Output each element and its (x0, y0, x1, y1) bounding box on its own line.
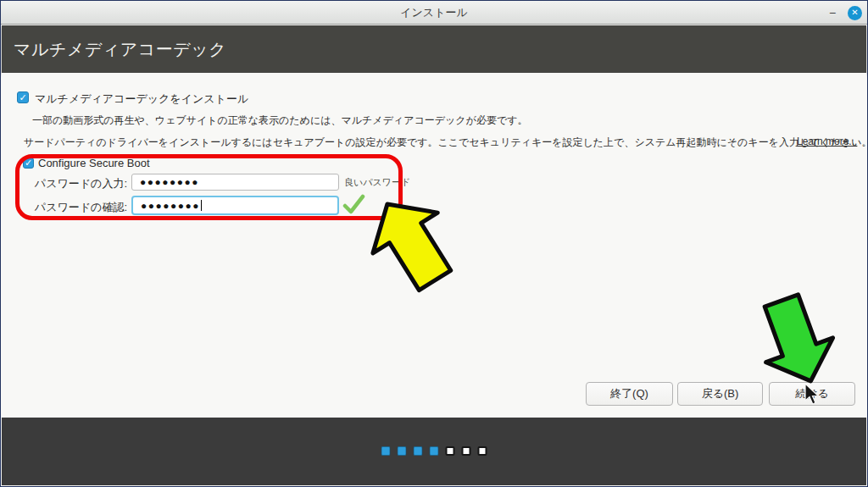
progress-dot (398, 446, 407, 456)
confirm-password-label: パスワードの確認: (34, 200, 127, 215)
close-button[interactable]: ✕ (848, 6, 862, 20)
confirm-password-dots: ●●●●●●●● (141, 200, 200, 212)
password-input[interactable]: ●●●●●●●● (131, 174, 339, 191)
back-button[interactable]: 戻る(B) (677, 382, 763, 406)
progress-footer (2, 418, 866, 485)
window-controls: − ✕ (826, 1, 862, 25)
progress-dot (478, 446, 487, 456)
password-dots: ●●●●●●●● (140, 176, 199, 188)
install-codecs-checkbox[interactable]: ✓ (17, 91, 29, 103)
page-content: ✓ マルチメディアコーデックをインストール 一部の動画形式の再生や、ウェブサイト… (2, 73, 866, 418)
secure-boot-notice: サードパーティのドライバーをインストールするにはセキュアブートの設定が必要です。… (24, 136, 868, 150)
install-codecs-label: マルチメディアコーデックをインストール (35, 91, 248, 107)
green-check-icon (342, 193, 365, 216)
progress-dot (446, 446, 455, 456)
title-bar: インストール − ✕ (1, 1, 867, 25)
password-strength-text: 良いパスワード (344, 176, 410, 189)
window-title: インストール (400, 5, 468, 20)
learn-more-link[interactable]: Learn more... (797, 136, 857, 147)
configure-secure-boot-checkbox[interactable]: ✓ (23, 158, 34, 169)
page-title: マルチメディアコーデック (2, 38, 226, 61)
progress-dot (414, 446, 423, 456)
text-caret (201, 200, 202, 211)
progress-dot (381, 446, 391, 456)
progress-dot (462, 446, 471, 456)
continue-button[interactable]: 続ける (769, 382, 855, 406)
installer-window: インストール − ✕ マルチメディアコーデック ✓ マルチメディアコーデックをイ… (0, 0, 868, 487)
configure-secure-boot-label: Configure Secure Boot (38, 157, 150, 169)
progress-dot (430, 446, 439, 456)
password-label: パスワードの入力: (34, 176, 127, 191)
codecs-description: 一部の動画形式の再生や、ウェブサイトの正常な表示のためには、マルチメディアコーデ… (32, 113, 527, 128)
confirm-password-input[interactable]: ●●●●●●●● (131, 196, 339, 215)
progress-dots (381, 446, 487, 456)
page-header: マルチメディアコーデック (2, 25, 866, 73)
minimize-button[interactable]: − (826, 6, 839, 19)
quit-button[interactable]: 終了(Q) (586, 382, 673, 406)
